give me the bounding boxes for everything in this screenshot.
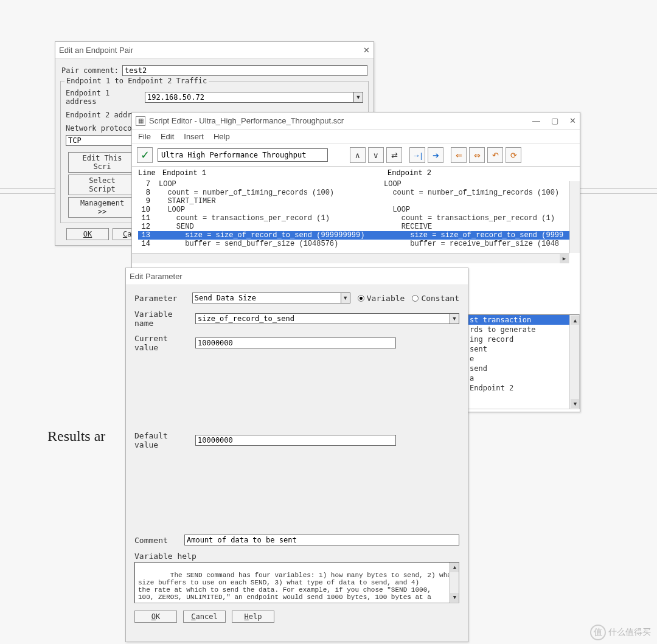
pair-comment-label: Pair comment: [61,66,122,75]
list-item[interactable]: Endpoint 2 [466,383,579,393]
script-line[interactable]: 10 LOOP LOOP [138,206,580,214]
variable-help-text: The SEND command has four variables: 1) … [138,572,456,601]
parameter-dropdown-icon[interactable]: ▼ [341,293,350,303]
scroll-down-icon[interactable]: ▼ [571,399,580,408]
vertical-scrollbar[interactable] [569,181,580,253]
variable-radio[interactable]: Variable [358,294,405,303]
minimize-icon[interactable]: — [532,116,540,125]
arrow-left-icon[interactable]: ⇐ [451,147,467,163]
edit-param-titlebar[interactable]: Edit Parameter [126,268,468,285]
list-item[interactable]: send [466,364,579,373]
arrow-right-icon[interactable]: ➔ [428,147,443,163]
script-editor-menubar: File Edit Insert Help [132,130,580,144]
close-icon[interactable]: ✕ [569,116,576,125]
list-item[interactable]: e [466,354,579,364]
arrow-down-icon[interactable]: ∨ [368,147,384,163]
comment-input[interactable] [184,535,459,545]
step-forward-icon[interactable]: →| [409,147,425,163]
list-item[interactable]: sent [466,344,579,354]
maximize-icon[interactable]: ▢ [551,116,558,125]
menu-file[interactable]: File [138,132,151,141]
watermark-label: 什么值得买 [608,627,651,638]
endpoint1-address-label: Endpoint 1 address [66,89,145,106]
param-help-button[interactable]: Help [232,611,274,623]
script-name-input[interactable] [158,148,328,162]
help-scroll-down-icon[interactable]: ▼ [450,593,459,602]
script-editor-title: Script Editor - Ultra_High_Performance_T… [149,116,532,125]
header-line: Line [138,169,162,178]
list-item[interactable]: a [466,373,579,383]
script-code-area[interactable]: Line Endpoint 1 Endpoint 2 7LOOPLOOP8 co… [132,166,580,263]
script-line[interactable]: 12 SEND RECEIVE [138,223,580,231]
list-item[interactable]: st transaction [466,315,579,325]
swap-icon[interactable]: ⇄ [386,147,402,163]
select-script-button[interactable]: Select Script [68,175,136,195]
edit-param-title: Edit Parameter [130,272,464,281]
scroll-up-icon[interactable]: ▲ [571,316,580,325]
default-value-input[interactable] [195,435,396,446]
script-line[interactable]: 7LOOPLOOP [138,180,580,189]
edit-parameter-window: Edit Parameter Parameter ▼ Variable Cons… [125,268,468,642]
menu-insert[interactable]: Insert [184,132,204,141]
undo-icon[interactable]: ↶ [487,147,503,163]
endpoint-window-titlebar[interactable]: Edit an Endpoint Pair ✕ [55,42,374,59]
endpoint1-dropdown-icon[interactable]: ▼ [353,92,363,103]
header-endpoint2: Endpoint 2 [388,169,574,178]
list-item[interactable]: rds to generate [466,325,579,334]
pair-comment-input[interactable] [122,65,367,76]
script-editor-app-icon: ▦ [136,116,145,126]
variable-name-dropdown-icon[interactable]: ▼ [450,313,459,324]
param-cancel-button[interactable]: Cancel [183,611,226,623]
param-ok-button[interactable]: OK [134,611,177,623]
script-editor-toolbar: ✓ ∧ ∨ ⇄ →| ➔ ⇐ ⇔ ↶ ⟳ [132,144,580,166]
endpoint-ok-button[interactable]: OK [66,228,109,240]
variable-help-textarea[interactable]: The SEND command has four variables: 1) … [134,562,459,603]
parameter-label: Parameter [134,294,192,303]
script-line[interactable]: 14 buffer = send_buffer_size (1048576) b… [138,240,580,248]
traffic-group-label: Endpoint 1 to Endpoint 2 Traffic [64,77,209,85]
arrow-up-icon[interactable]: ∧ [350,147,366,163]
script-line[interactable]: 11 count = transactions_per_record (1) c… [138,214,580,223]
menu-help[interactable]: Help [214,132,230,141]
script-editor-titlebar[interactable]: ▦ Script Editor - Ultra_High_Performance… [132,113,580,130]
edit-this-script-button[interactable]: Edit This Scri [68,152,136,173]
parameter-combobox[interactable] [192,293,341,303]
variable-help-label: Variable help [134,552,459,561]
watermark-icon: 值 [590,625,606,640]
current-value-label: Current value [134,334,195,352]
comment-label: Comment [134,536,184,545]
watermark: 值 什么值得买 [590,625,651,640]
check-icon[interactable]: ✓ [137,147,153,163]
script-line[interactable]: 13 size = size_of_record_to_send (999999… [138,231,580,240]
management-button[interactable]: Management >> [68,197,136,218]
script-line[interactable]: 9 START_TIMER [138,197,580,206]
menu-edit[interactable]: Edit [161,132,174,141]
constant-radio[interactable]: Constant [412,294,459,303]
current-value-input[interactable] [195,338,396,348]
variable-list[interactable]: st transactionrds to generateing record … [465,314,580,409]
background-partial-text: Results ar [47,428,105,445]
help-scroll-up-icon[interactable]: ▲ [450,563,459,572]
header-endpoint1: Endpoint 1 [162,169,388,178]
double-arrow-icon[interactable]: ⇔ [469,147,485,163]
script-line[interactable]: 8 count = number_of_timing_records (100)… [138,189,580,197]
default-value-label: Default value [134,431,195,449]
list-item[interactable]: ing record [466,334,579,344]
variable-name-label: Variable name [134,310,195,328]
variable-name-combobox[interactable] [195,313,450,324]
scroll-right-icon[interactable]: ▶ [560,254,569,263]
endpoint-window-title: Edit an Endpoint Pair [59,46,363,55]
close-icon[interactable]: ✕ [363,46,370,55]
endpoint1-address-input[interactable] [145,92,353,103]
redo-icon[interactable]: ⟳ [506,147,521,163]
